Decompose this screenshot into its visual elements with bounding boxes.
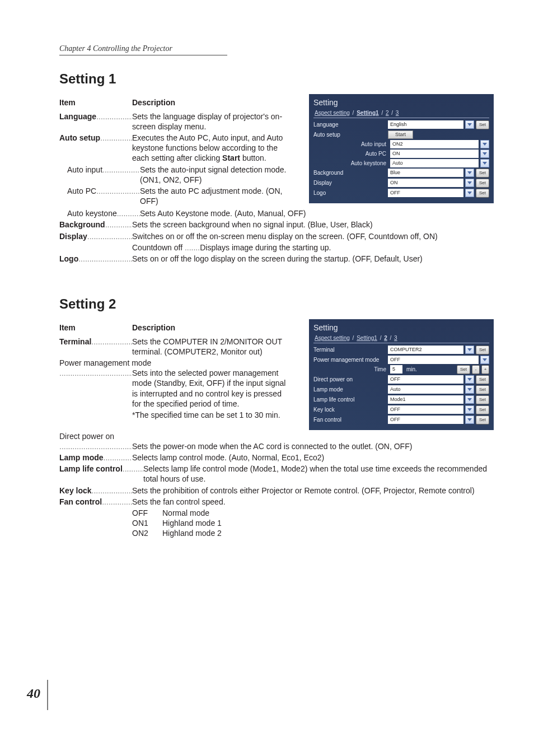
section1-title: Setting 1	[59, 70, 494, 87]
chevron-down-icon[interactable]	[480, 150, 489, 158]
fan-on1-k: ON1	[132, 518, 162, 528]
logo-desc: Sets on or off the logo display on the s…	[132, 254, 494, 264]
p2-keylock-set[interactable]: Set	[476, 405, 489, 414]
panel1-title: Setting	[313, 97, 489, 108]
p1-language-select[interactable]: English	[388, 120, 463, 129]
p1-autoinput-select[interactable]: ON2	[390, 140, 479, 148]
chevron-down-icon[interactable]	[465, 189, 474, 197]
language-desc: Sets the language display of projector's…	[132, 111, 292, 132]
p1-logo-select[interactable]: OFF	[388, 189, 463, 197]
autosetup-desc: Executes the Auto PC, Auto input, and Au…	[132, 133, 292, 164]
p2-lamplife-label: Lamp life control	[313, 396, 386, 403]
chevron-down-icon[interactable]	[465, 179, 474, 187]
p1-logo-label: Logo	[313, 189, 386, 197]
p1-display-select[interactable]: ON	[388, 179, 463, 187]
p2-time-input[interactable]: 5	[390, 365, 402, 374]
p2-time-label: Time	[313, 366, 388, 373]
p1-autokey-label: Auto keystone	[313, 160, 388, 167]
autokey-desc: Sets Auto Keystone mode. (Auto, Manual, …	[140, 208, 494, 218]
tab-2[interactable]: 2	[386, 110, 389, 116]
pmm-head: Power management mode	[59, 358, 292, 368]
tab2-3[interactable]: 3	[394, 335, 397, 341]
tab2-setting1[interactable]: Setting1	[357, 335, 377, 341]
autopc-desc: Sets the auto PC adjustment mode. (ON, O…	[140, 186, 292, 206]
p1-start-button[interactable]: Start	[388, 130, 413, 139]
tab-aspect[interactable]: Aspect setting	[315, 110, 350, 116]
chevron-down-icon[interactable]	[465, 346, 474, 354]
p2-dpo-label: Direct power on	[313, 376, 386, 383]
chapter-header: Chapter 4 Controlling the Projector	[59, 44, 227, 55]
logo-term: Logo	[59, 254, 78, 264]
col-desc2: Description	[132, 323, 292, 333]
tab2-2[interactable]: 2	[384, 335, 387, 341]
pmm-desc: Sets into the selected power management …	[132, 368, 292, 409]
p2-keylock-label: Key lock	[313, 406, 386, 413]
chevron-down-icon[interactable]	[465, 395, 474, 404]
p1-background-label: Background	[313, 169, 386, 176]
p1-display-label: Display	[313, 179, 386, 186]
fan-term: Fan control	[59, 497, 102, 507]
chevron-down-icon[interactable]	[465, 169, 474, 177]
p2-pmm-select[interactable]: OFF	[388, 356, 479, 364]
chevron-down-icon[interactable]	[465, 375, 474, 384]
terminal-desc: Sets the COMPUTER IN 2/MONITOR OUT termi…	[132, 337, 292, 357]
p2-lampmode-set[interactable]: Set	[476, 385, 489, 394]
p2-fan-select[interactable]: OFF	[388, 416, 463, 424]
chevron-down-icon[interactable]	[480, 159, 489, 167]
background-desc: Sets the screen background when no signa…	[132, 220, 494, 230]
tab-3[interactable]: 3	[396, 110, 399, 116]
p1-display-set[interactable]: Set	[476, 179, 489, 188]
setting1-panel: Setting Aspect setting / Setting1 / 2 / …	[309, 94, 494, 203]
section2-title: Setting 2	[59, 295, 494, 312]
chevron-down-icon[interactable]	[465, 416, 474, 424]
p1-logo-set[interactable]: Set	[476, 189, 489, 198]
fan-desc: Sets the fan control speed.	[132, 497, 494, 507]
col-item2: Item	[59, 323, 132, 333]
page-number-bar	[47, 680, 48, 710]
terminal-term: Terminal	[59, 337, 91, 347]
dpo-desc: Sets the power-on mode when the AC cord …	[132, 441, 494, 451]
p2-time-minus[interactable]: -	[472, 365, 480, 374]
p2-dpo-select[interactable]: OFF	[388, 375, 463, 384]
pmm-note: *The specified time can be set 1 to 30 m…	[59, 410, 292, 420]
chevron-down-icon[interactable]	[465, 120, 474, 129]
p1-autopc-select[interactable]: ON	[390, 150, 479, 158]
p1-autokey-select[interactable]: Auto	[390, 159, 479, 167]
p2-terminal-set[interactable]: Set	[476, 346, 489, 354]
panel1-tabs: Aspect setting / Setting1 / 2 / 3	[313, 109, 489, 118]
fan-on1-v: Highland mode 1	[162, 518, 222, 528]
panel2-tabs: Aspect setting / Setting1 / 2 / 3	[313, 334, 489, 343]
p1-autosetup-label: Auto setup	[313, 131, 386, 138]
chevron-down-icon[interactable]	[465, 405, 474, 414]
p2-time-plus[interactable]: +	[481, 365, 489, 374]
p2-fan-set[interactable]: Set	[476, 416, 489, 424]
chevron-down-icon[interactable]	[480, 140, 489, 148]
p1-language-set[interactable]: Set	[476, 120, 489, 129]
tab-setting1[interactable]: Setting1	[357, 110, 378, 116]
p1-background-set[interactable]: Set	[476, 169, 489, 178]
p2-terminal-select[interactable]: COMPUTER2	[388, 346, 463, 354]
tab2-aspect[interactable]: Aspect setting	[315, 335, 350, 341]
background-term: Background	[59, 220, 105, 230]
page-number: 40	[27, 685, 40, 702]
chevron-down-icon[interactable]	[465, 385, 474, 394]
p2-lampmode-label: Lamp mode	[313, 386, 386, 393]
panel2-title: Setting	[313, 323, 489, 333]
p2-lampmode-select[interactable]: Auto	[388, 385, 463, 394]
chevron-down-icon[interactable]	[480, 356, 489, 364]
lamplife-term: Lamp life control	[59, 464, 123, 474]
p1-autopc-label: Auto PC	[313, 150, 388, 157]
p2-lamplife-set[interactable]: Set	[476, 395, 489, 404]
p2-dpo-set[interactable]: Set	[476, 375, 489, 384]
keylock-term: Key lock	[59, 486, 92, 496]
p2-time-set[interactable]: Set	[457, 365, 470, 374]
p2-keylock-select[interactable]: OFF	[388, 405, 463, 414]
lampmode-desc: Selects lamp control mode. (Auto, Normal…	[132, 452, 494, 463]
p1-background-select[interactable]: Blue	[388, 169, 463, 177]
col-item: Item	[59, 97, 132, 108]
p2-lamplife-select[interactable]: Mode1	[388, 395, 463, 404]
p2-terminal-label: Terminal	[313, 346, 386, 353]
fan-on2-k: ON2	[132, 528, 162, 538]
lamplife-desc: Selects lamp life control mode (Mode1, M…	[143, 464, 494, 484]
lampmode-term: Lamp mode	[59, 452, 104, 463]
